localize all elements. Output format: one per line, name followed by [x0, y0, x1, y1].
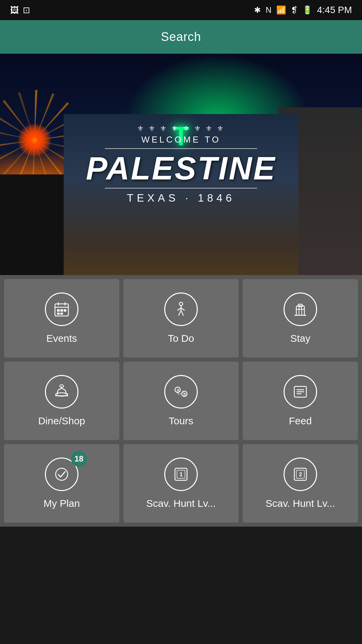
screenshot-icon: ⊡ — [23, 5, 30, 15]
stay-label: Stay — [290, 333, 310, 344]
svg-line-12 — [181, 308, 184, 310]
svg-line-11 — [178, 308, 181, 310]
level2-icon: 2 — [292, 466, 309, 483]
svg-line-14 — [181, 311, 183, 315]
bluetooth-icon: ✱ — [254, 5, 261, 15]
hero-divider-top — [105, 148, 257, 149]
menu-item-scavhunt2[interactable]: 2 Scav. Hunt Lv... — [243, 444, 358, 523]
tours-icon-circle: A B — [164, 375, 198, 409]
list-icon — [292, 383, 309, 400]
hero-subtitle: TEXAS · 1846 — [86, 192, 276, 204]
svg-rect-8 — [60, 313, 63, 315]
feed-label: Feed — [289, 415, 312, 427]
status-bar: 🖼 ⊡ ✱ N 📶 ❡ 🔋 4:45 PM — [0, 0, 362, 20]
dineshop-label: Dine/Shop — [38, 415, 85, 427]
search-bar[interactable]: Search — [0, 20, 362, 54]
route-icon: A B — [172, 383, 190, 400]
scavhunt2-icon-circle: 2 — [284, 458, 317, 491]
svg-rect-4 — [57, 309, 60, 312]
signal-icon: ❡ — [291, 5, 298, 15]
scavhunt1-label: Scav. Hunt Lv... — [146, 498, 216, 509]
todo-icon-circle — [164, 292, 198, 326]
building-left — [0, 174, 67, 275]
hero-fence-decoration: ⚜ ⚜ ⚜ ⚜ ⚜ ⚜ ⚜ ⚜ — [86, 124, 276, 133]
checkmark-icon — [53, 466, 70, 483]
hero-divider-bottom — [105, 188, 257, 189]
nfc-icon: N — [265, 5, 271, 15]
svg-text:2: 2 — [299, 472, 302, 477]
menu-item-events[interactable]: Events — [4, 279, 119, 358]
photo-icon: 🖼 — [10, 5, 19, 15]
svg-rect-5 — [60, 309, 63, 312]
svg-point-34 — [56, 468, 68, 480]
svg-line-13 — [179, 311, 181, 315]
stay-icon-circle — [284, 292, 317, 326]
calendar-icon — [53, 301, 70, 318]
svg-rect-7 — [57, 313, 60, 315]
menu-item-myplan[interactable]: 18 My Plan — [4, 444, 119, 523]
tours-label: Tours — [169, 415, 193, 427]
menu-item-dineshop[interactable]: Dine/Shop — [4, 362, 119, 440]
menu-item-todo[interactable]: To Do — [123, 279, 239, 358]
menu-grid: Events To Do — [0, 275, 362, 527]
hero-title: PALESTINE — [86, 152, 276, 184]
scavhunt2-label: Scav. Hunt Lv... — [265, 498, 335, 509]
wifi-icon: 📶 — [276, 5, 286, 15]
starburst-light — [14, 120, 55, 160]
svg-rect-15 — [296, 306, 304, 315]
myplan-label: My Plan — [44, 498, 80, 509]
svg-text:1: 1 — [180, 472, 183, 477]
menu-item-tours[interactable]: A B Tours — [123, 362, 239, 440]
menu-item-stay[interactable]: Stay — [243, 279, 358, 358]
walking-icon — [172, 301, 190, 318]
serving-icon — [53, 383, 70, 400]
search-label[interactable]: Search — [161, 30, 201, 44]
status-time: 4:45 PM — [317, 5, 352, 15]
scavhunt1-icon-circle: 1 — [164, 458, 198, 491]
menu-item-scavhunt1[interactable]: 1 Scav. Hunt Lv... — [123, 444, 239, 523]
hero-welcome-text: WELCOME TO — [86, 135, 276, 145]
todo-label: To Do — [168, 333, 194, 344]
hero-image: T ⚜ ⚜ ⚜ ⚜ ⚜ ⚜ ⚜ ⚜ WELCOME TO PALESTINE T… — [0, 54, 362, 275]
svg-rect-6 — [64, 309, 66, 312]
myplan-badge: 18 — [71, 451, 87, 467]
battery-icon: 🔋 — [302, 5, 312, 15]
svg-point-9 — [179, 302, 183, 306]
menu-item-feed[interactable]: Feed — [243, 362, 358, 440]
events-icon-circle — [45, 292, 78, 326]
level1-icon: 1 — [172, 466, 190, 483]
hero-logo: ⚜ ⚜ ⚜ ⚜ ⚜ ⚜ ⚜ ⚜ WELCOME TO PALESTINE TEX… — [86, 124, 276, 204]
svg-text:B: B — [183, 392, 186, 396]
events-label: Events — [46, 333, 77, 344]
luggage-icon — [292, 301, 309, 318]
feed-icon-circle — [284, 375, 317, 409]
dineshop-icon-circle — [45, 375, 78, 409]
svg-text:A: A — [177, 388, 179, 392]
